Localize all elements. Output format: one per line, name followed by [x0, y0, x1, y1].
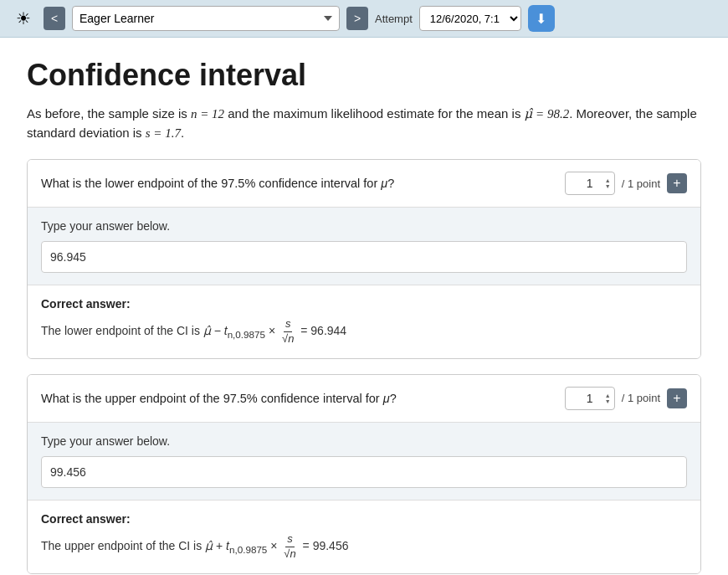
question-card-2: What is the upper endpoint of the 97.5% …: [27, 374, 701, 574]
correct-label-1: Correct answer:: [41, 297, 687, 311]
correct-section-2: Correct answer: The upper endpoint of th…: [28, 500, 700, 573]
answer-label-2: Type your answer below.: [41, 434, 687, 448]
correct-label-2: Correct answer:: [41, 512, 687, 526]
score-up-arrow-2[interactable]: ▲: [605, 393, 611, 398]
add-button-2[interactable]: +: [667, 388, 687, 408]
frac-num-1: s: [284, 317, 293, 332]
sun-icon: ☀: [10, 5, 37, 32]
question-controls-2: 1 ▲ ▼ / 1 point +: [565, 387, 687, 410]
top-navigation-bar: ☀ < Eager Learner > Attempt 12/6/2020, 7…: [0, 0, 728, 38]
main-content: Confidence interval As before, the sampl…: [0, 38, 728, 575]
question-controls-1: 1 ▲ ▼ / 1 point +: [565, 172, 687, 195]
intro-text: As before, the sample size is n = 12 and…: [27, 105, 701, 142]
question-text-1: What is the lower endpoint of the 97.5% …: [41, 177, 565, 190]
point-label-2: / 1 point: [622, 392, 660, 404]
score-arrows-2: ▲ ▼: [605, 393, 611, 404]
prev-button[interactable]: <: [44, 7, 65, 30]
correct-text-2: The upper endpoint of the CI is μ̂ + tn,…: [41, 532, 687, 562]
fraction-2: s √n: [282, 532, 297, 562]
question-header-2: What is the upper endpoint of the 97.5% …: [28, 375, 700, 423]
next-button[interactable]: >: [346, 7, 368, 30]
math-n: n = 12: [191, 107, 224, 121]
score-down-arrow-2[interactable]: ▼: [605, 398, 611, 404]
score-up-arrow-1[interactable]: ▲: [605, 177, 611, 183]
attempt-label: Attempt: [375, 13, 413, 25]
score-arrows-1: ▲ ▼: [605, 177, 611, 189]
frac-num-2: s: [285, 532, 295, 547]
download-button[interactable]: ⬇: [528, 5, 555, 32]
score-box-2[interactable]: 1 ▲ ▼: [565, 387, 615, 410]
point-label-1: / 1 point: [622, 177, 660, 190]
answer-section-1: Type your answer below.: [28, 208, 700, 285]
math-s: s = 1.7: [146, 126, 181, 140]
score-down-arrow-1[interactable]: ▼: [605, 183, 611, 189]
frac-den-2: √n: [282, 547, 297, 562]
download-icon: ⬇: [536, 11, 546, 27]
answer-input-2[interactable]: [41, 456, 687, 488]
correct-text-1: The lower endpoint of the CI is μ̂ − tn,…: [41, 317, 687, 347]
question-card-1: What is the lower endpoint of the 97.5% …: [27, 159, 701, 359]
correct-section-1: Correct answer: The lower endpoint of th…: [28, 285, 700, 358]
answer-label-1: Type your answer below.: [41, 219, 687, 233]
add-button-1[interactable]: +: [667, 173, 687, 193]
question-text-2: What is the upper endpoint of the 97.5% …: [41, 392, 565, 405]
score-value-1: 1: [587, 177, 593, 190]
math-mu: μ̂ = 98.2: [525, 107, 570, 121]
learner-select[interactable]: Eager Learner: [72, 6, 340, 31]
answer-input-1[interactable]: [41, 241, 687, 273]
frac-den-1: √n: [280, 332, 295, 347]
score-box-1[interactable]: 1 ▲ ▼: [565, 172, 615, 195]
score-value-2: 1: [587, 392, 593, 405]
attempt-select[interactable]: 12/6/2020, 7:1: [419, 6, 521, 31]
fraction-1: s √n: [280, 317, 295, 347]
page-title: Confidence interval: [27, 58, 701, 93]
answer-section-2: Type your answer below.: [28, 423, 700, 500]
question-header-1: What is the lower endpoint of the 97.5% …: [28, 160, 700, 208]
